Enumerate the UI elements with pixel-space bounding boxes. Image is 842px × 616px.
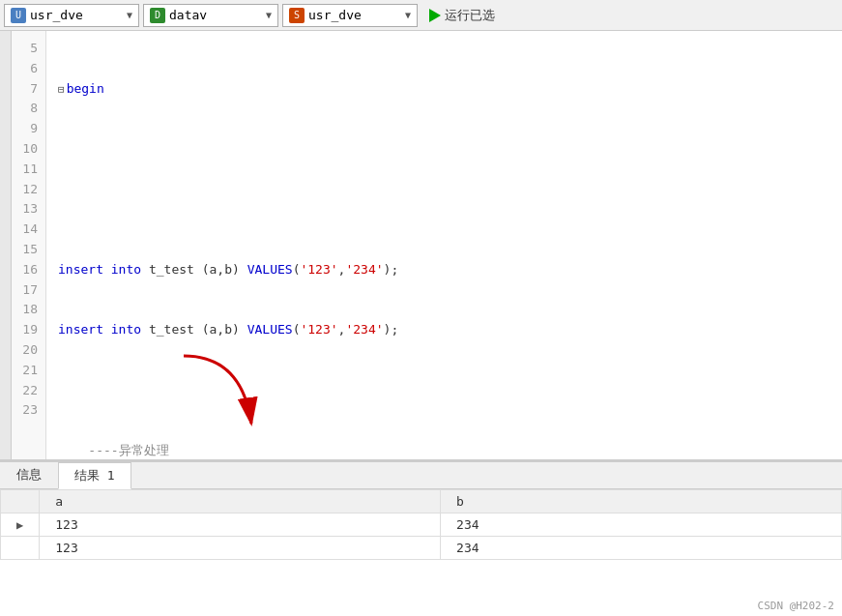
run-button[interactable]: 运行已选 (421, 7, 503, 24)
database-dropdown[interactable]: D datav ▼ (143, 4, 278, 27)
cell-b-1: 234 (441, 513, 842, 537)
cell-a-2: 123 (40, 537, 441, 560)
user-dropdown-arrow: ▼ (127, 10, 132, 20)
code-line-6 (58, 139, 830, 160)
toolbar: U usr_dve ▼ D datav ▼ S usr_dve ▼ 运行已选 (0, 0, 842, 31)
left-bar (0, 31, 12, 459)
code-line-9: insert into t_test (a,b) VALUES('123','2… (58, 320, 830, 340)
code-editor[interactable]: ⊟begin insert into t_test (a,b) VALUES('… (46, 31, 842, 459)
code-line-7 (58, 199, 830, 220)
database-dropdown-arrow: ▼ (266, 10, 272, 20)
run-button-label: 运行已选 (445, 7, 495, 24)
code-line-8: insert into t_test (a,b) VALUES('123','2… (58, 260, 830, 280)
cell-a-1: 123 (40, 513, 441, 537)
table-row: 123 234 (1, 537, 842, 560)
watermark: CSDN @H202-2 (758, 600, 834, 612)
play-icon (429, 9, 441, 22)
code-line-11: ----异常处理 (58, 441, 830, 459)
table-row: ▶ 123 234 (1, 513, 842, 537)
row-indicator: ▶ (1, 513, 40, 537)
col-header-a: a (40, 490, 441, 513)
table-header-row: a b (1, 490, 842, 513)
tab-info[interactable]: 信息 (0, 461, 58, 488)
editor-container: 5 6 7 8 9 10 11 12 13 14 15 16 17 18 19 … (0, 31, 842, 616)
schema-dropdown-arrow: ▼ (405, 10, 411, 20)
code-line-10 (58, 381, 830, 401)
data-table: a b ▶ 123 234 123 234 (0, 489, 842, 560)
code-line-5: ⊟begin (58, 79, 830, 100)
line-numbers: 5 6 7 8 9 10 11 12 13 14 15 16 17 18 19 … (12, 31, 46, 459)
col-header-indicator (1, 490, 40, 513)
database-dropdown-label: datav (169, 8, 207, 22)
row-indicator (1, 537, 40, 560)
bottom-panel: 信息 结果 1 a b ▶ 123 234 (0, 461, 842, 616)
tab-bar: 信息 结果 1 (0, 462, 842, 489)
schema-dropdown[interactable]: S usr_dve ▼ (282, 4, 418, 27)
editor-area: 5 6 7 8 9 10 11 12 13 14 15 16 17 18 19 … (0, 31, 842, 461)
col-header-b: b (441, 490, 842, 513)
user-icon: U (11, 8, 26, 23)
database-icon: D (150, 8, 165, 23)
user-dropdown[interactable]: U usr_dve ▼ (4, 4, 139, 27)
result-table: a b ▶ 123 234 123 234 (0, 489, 842, 616)
tab-result1[interactable]: 结果 1 (58, 462, 131, 489)
schema-icon: S (289, 8, 305, 23)
cell-b-2: 234 (441, 537, 842, 560)
schema-dropdown-label: usr_dve (308, 8, 362, 22)
user-dropdown-label: usr_dve (30, 8, 83, 22)
